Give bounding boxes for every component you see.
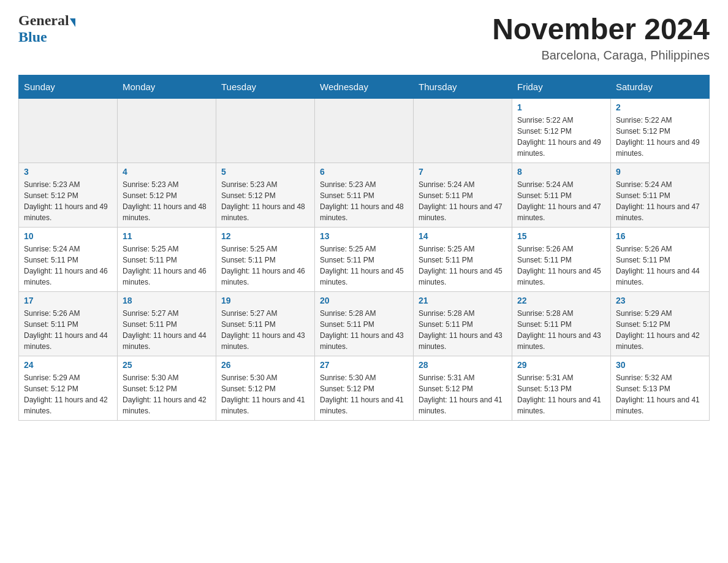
day-info: Sunrise: 5:25 AM Sunset: 5:11 PM Dayligh… <box>419 243 507 288</box>
calendar-day-cell: 15Sunrise: 5:26 AM Sunset: 5:11 PM Dayli… <box>512 228 611 292</box>
calendar-day-cell: 3Sunrise: 5:23 AM Sunset: 5:12 PM Daylig… <box>19 163 118 228</box>
calendar-day-cell: 11Sunrise: 5:25 AM Sunset: 5:11 PM Dayli… <box>118 228 216 292</box>
calendar-day-cell: 14Sunrise: 5:25 AM Sunset: 5:11 PM Dayli… <box>414 228 512 292</box>
day-info: Sunrise: 5:23 AM Sunset: 5:12 PM Dayligh… <box>24 179 112 223</box>
calendar-day-cell: 26Sunrise: 5:30 AM Sunset: 5:12 PM Dayli… <box>216 356 315 421</box>
day-number: 29 <box>517 360 605 370</box>
calendar-day-cell: 12Sunrise: 5:25 AM Sunset: 5:11 PM Dayli… <box>216 228 315 292</box>
day-number: 19 <box>221 296 309 305</box>
calendar-day-cell: 6Sunrise: 5:23 AM Sunset: 5:11 PM Daylig… <box>315 163 414 228</box>
day-number: 22 <box>517 296 605 305</box>
day-info: Sunrise: 5:26 AM Sunset: 5:11 PM Dayligh… <box>24 308 112 352</box>
day-info: Sunrise: 5:24 AM Sunset: 5:11 PM Dayligh… <box>24 243 112 288</box>
calendar-day-cell: 16Sunrise: 5:26 AM Sunset: 5:11 PM Dayli… <box>611 228 710 292</box>
day-number: 21 <box>419 296 507 305</box>
day-number: 30 <box>616 360 704 370</box>
calendar-day-cell: 17Sunrise: 5:26 AM Sunset: 5:11 PM Dayli… <box>19 292 118 356</box>
calendar-day-cell: 4Sunrise: 5:23 AM Sunset: 5:12 PM Daylig… <box>118 163 216 228</box>
day-number: 17 <box>24 296 112 305</box>
day-number: 12 <box>221 231 309 241</box>
day-number: 6 <box>320 167 408 177</box>
day-number: 3 <box>24 167 112 177</box>
calendar-day-cell: 8Sunrise: 5:24 AM Sunset: 5:11 PM Daylig… <box>512 163 611 228</box>
day-info: Sunrise: 5:22 AM Sunset: 5:12 PM Dayligh… <box>517 115 605 159</box>
day-info: Sunrise: 5:23 AM Sunset: 5:12 PM Dayligh… <box>221 179 309 223</box>
day-number: 4 <box>123 167 211 177</box>
day-number: 9 <box>616 167 704 177</box>
weekday-header-saturday: Saturday <box>611 75 710 99</box>
location-subtitle: Barcelona, Caraga, Philippines <box>492 48 710 63</box>
calendar-day-cell: 13Sunrise: 5:25 AM Sunset: 5:11 PM Dayli… <box>315 228 414 292</box>
weekday-header-tuesday: Tuesday <box>216 75 315 99</box>
day-info: Sunrise: 5:30 AM Sunset: 5:12 PM Dayligh… <box>123 372 211 416</box>
day-info: Sunrise: 5:30 AM Sunset: 5:12 PM Dayligh… <box>320 372 408 416</box>
day-info: Sunrise: 5:29 AM Sunset: 5:12 PM Dayligh… <box>616 308 704 352</box>
calendar-week-row: 3Sunrise: 5:23 AM Sunset: 5:12 PM Daylig… <box>19 163 710 228</box>
calendar-day-cell <box>414 99 512 163</box>
day-number: 27 <box>320 360 408 370</box>
weekday-header-row: SundayMondayTuesdayWednesdayThursdayFrid… <box>19 75 710 99</box>
calendar-day-cell <box>19 99 118 163</box>
calendar-week-row: 24Sunrise: 5:29 AM Sunset: 5:12 PM Dayli… <box>19 356 710 421</box>
day-info: Sunrise: 5:31 AM Sunset: 5:12 PM Dayligh… <box>419 372 507 416</box>
calendar-day-cell: 10Sunrise: 5:24 AM Sunset: 5:11 PM Dayli… <box>19 228 118 292</box>
logo-arrow-icon <box>70 18 75 27</box>
day-number: 26 <box>221 360 309 370</box>
day-number: 15 <box>517 231 605 241</box>
logo: General Blue <box>18 12 75 45</box>
day-info: Sunrise: 5:24 AM Sunset: 5:11 PM Dayligh… <box>616 179 704 223</box>
calendar-day-cell: 2Sunrise: 5:22 AM Sunset: 5:12 PM Daylig… <box>611 99 710 163</box>
day-number: 13 <box>320 231 408 241</box>
calendar-day-cell: 29Sunrise: 5:31 AM Sunset: 5:13 PM Dayli… <box>512 356 611 421</box>
day-number: 5 <box>221 167 309 177</box>
calendar-day-cell: 30Sunrise: 5:32 AM Sunset: 5:13 PM Dayli… <box>611 356 710 421</box>
calendar-day-cell <box>216 99 315 163</box>
day-info: Sunrise: 5:25 AM Sunset: 5:11 PM Dayligh… <box>123 243 211 288</box>
day-info: Sunrise: 5:27 AM Sunset: 5:11 PM Dayligh… <box>221 308 309 352</box>
calendar-week-row: 10Sunrise: 5:24 AM Sunset: 5:11 PM Dayli… <box>19 228 710 292</box>
calendar-week-row: 17Sunrise: 5:26 AM Sunset: 5:11 PM Dayli… <box>19 292 710 356</box>
calendar-day-cell: 19Sunrise: 5:27 AM Sunset: 5:11 PM Dayli… <box>216 292 315 356</box>
calendar-day-cell: 21Sunrise: 5:28 AM Sunset: 5:11 PM Dayli… <box>414 292 512 356</box>
day-info: Sunrise: 5:28 AM Sunset: 5:11 PM Dayligh… <box>320 308 408 352</box>
day-info: Sunrise: 5:25 AM Sunset: 5:11 PM Dayligh… <box>320 243 408 288</box>
day-info: Sunrise: 5:28 AM Sunset: 5:11 PM Dayligh… <box>517 308 605 352</box>
day-number: 16 <box>616 231 704 241</box>
calendar-day-cell: 20Sunrise: 5:28 AM Sunset: 5:11 PM Dayli… <box>315 292 414 356</box>
day-number: 11 <box>123 231 211 241</box>
day-number: 28 <box>419 360 507 370</box>
calendar-day-cell: 5Sunrise: 5:23 AM Sunset: 5:12 PM Daylig… <box>216 163 315 228</box>
calendar-day-cell: 23Sunrise: 5:29 AM Sunset: 5:12 PM Dayli… <box>611 292 710 356</box>
day-info: Sunrise: 5:31 AM Sunset: 5:13 PM Dayligh… <box>517 372 605 416</box>
day-number: 24 <box>24 360 112 370</box>
day-info: Sunrise: 5:22 AM Sunset: 5:12 PM Dayligh… <box>616 115 704 159</box>
weekday-header-wednesday: Wednesday <box>315 75 414 99</box>
calendar-day-cell: 18Sunrise: 5:27 AM Sunset: 5:11 PM Dayli… <box>118 292 216 356</box>
day-number: 25 <box>123 360 211 370</box>
day-number: 20 <box>320 296 408 305</box>
day-number: 14 <box>419 231 507 241</box>
day-number: 23 <box>616 296 704 305</box>
calendar-day-cell <box>315 99 414 163</box>
weekday-header-friday: Friday <box>512 75 611 99</box>
calendar-day-cell: 1Sunrise: 5:22 AM Sunset: 5:12 PM Daylig… <box>512 99 611 163</box>
day-info: Sunrise: 5:25 AM Sunset: 5:11 PM Dayligh… <box>221 243 309 288</box>
weekday-header-sunday: Sunday <box>19 75 118 99</box>
calendar-table: SundayMondayTuesdayWednesdayThursdayFrid… <box>18 75 710 421</box>
day-info: Sunrise: 5:26 AM Sunset: 5:11 PM Dayligh… <box>517 243 605 288</box>
day-info: Sunrise: 5:24 AM Sunset: 5:11 PM Dayligh… <box>517 179 605 223</box>
day-number: 8 <box>517 167 605 177</box>
day-number: 18 <box>123 296 211 305</box>
calendar-day-cell <box>118 99 216 163</box>
page-header: General Blue November 2024 Barcelona, Ca… <box>18 12 710 63</box>
day-number: 10 <box>24 231 112 241</box>
day-number: 2 <box>616 102 704 112</box>
day-number: 7 <box>419 167 507 177</box>
calendar-day-cell: 27Sunrise: 5:30 AM Sunset: 5:12 PM Dayli… <box>315 356 414 421</box>
month-year-title: November 2024 <box>492 12 710 46</box>
day-info: Sunrise: 5:28 AM Sunset: 5:11 PM Dayligh… <box>419 308 507 352</box>
day-info: Sunrise: 5:30 AM Sunset: 5:12 PM Dayligh… <box>221 372 309 416</box>
calendar-day-cell: 22Sunrise: 5:28 AM Sunset: 5:11 PM Dayli… <box>512 292 611 356</box>
day-info: Sunrise: 5:27 AM Sunset: 5:11 PM Dayligh… <box>123 308 211 352</box>
weekday-header-thursday: Thursday <box>414 75 512 99</box>
